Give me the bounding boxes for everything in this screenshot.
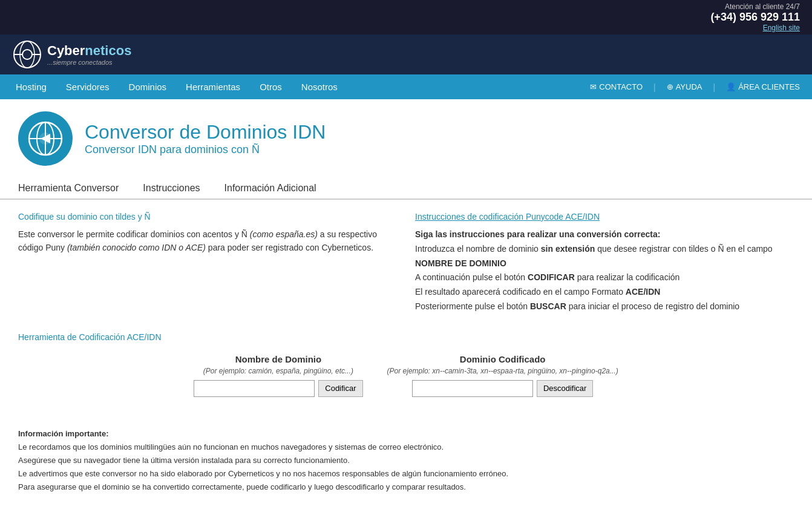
content-grid: Codifique su dominio con tildes y Ñ Este… [18, 212, 794, 314]
nav-contacto-link[interactable]: ✉ CONTACTO [584, 77, 649, 96]
tool-section: Herramienta de Codificación ACE/IDN Nomb… [18, 332, 794, 397]
page-subtitle: Conversor IDN para dominios con Ñ [85, 143, 326, 156]
tabs: Herramienta Conversor Instrucciones Info… [0, 178, 812, 200]
english-site-link[interactable]: English site [763, 24, 800, 32]
nav-sep-2: | [713, 82, 715, 92]
nav-item-servidores[interactable]: Servidores [56, 74, 119, 99]
nav-left: Hosting Servidores Dominios Herramientas… [6, 74, 347, 99]
descodificar-button[interactable]: Descodificar [537, 380, 594, 397]
phone-number: (+34) 956 929 111 [12, 11, 800, 24]
field2-row: Descodificar [412, 380, 594, 397]
important-title: Información importante: [18, 427, 794, 441]
logo-text: Cyberneticos [47, 43, 131, 59]
domain-name-input[interactable] [194, 380, 315, 397]
attention-label: Atención al cliente 24/7 [725, 2, 800, 11]
important-section: Información importante: Le recordamos qu… [18, 421, 794, 494]
important-line-4: Para asegurarse que el dominio se ha con… [18, 481, 794, 494]
help-icon: ⊕ [667, 82, 673, 91]
logo-area: Cyberneticos ...siempre conectados [12, 39, 131, 70]
nav-item-hosting[interactable]: Hosting [6, 74, 56, 99]
tab-informacion[interactable]: Información Adicional [224, 178, 316, 199]
cyberneticos-logo-icon [12, 39, 42, 70]
mail-icon: ✉ [590, 82, 597, 91]
site-header: Cyberneticos ...siempre conectados [0, 34, 812, 74]
user-icon: 👤 [726, 82, 736, 91]
encoded-domain-input[interactable] [412, 380, 533, 397]
right-section: Instrucciones de codificación Punycode A… [415, 212, 794, 314]
nav-ayuda-link[interactable]: ⊕ AYUDA [661, 77, 709, 96]
important-line-2: Asegúrese que su navegador tiene la últi… [18, 454, 794, 467]
page-icon [18, 111, 73, 166]
svg-point-1 [22, 50, 32, 59]
left-section-title[interactable]: Codifique su dominio con tildes y Ñ [18, 212, 397, 222]
field2-label: Dominio Codificado [460, 354, 546, 364]
area-clientes-label: ÁREA CLIENTES [738, 82, 800, 91]
codificar-button[interactable]: Codificar [318, 380, 362, 397]
field2-sublabel: (Por ejemplo: xn--camin-3ta, xn--espaa-r… [387, 367, 618, 375]
page-title-area: Conversor de Dominios IDN Conversor IDN … [85, 121, 326, 156]
tab-instrucciones[interactable]: Instrucciones [143, 178, 200, 199]
field1-sublabel: (Por ejemplo: camión, españa, pingüino, … [203, 367, 353, 375]
nav-area-clientes-link[interactable]: 👤 ÁREA CLIENTES [720, 77, 806, 96]
decode-field-group: Dominio Codificado (Por ejemplo: xn--cam… [387, 354, 618, 397]
instructions-body: Siga las instrucciones para realizar una… [415, 228, 794, 314]
important-line-1: Le recordamos que los dominios multiling… [18, 441, 794, 454]
left-section-body: Este conversor le permite codificar domi… [18, 228, 397, 255]
globe-arrow-icon [27, 120, 64, 157]
contacto-label: CONTACTO [599, 82, 643, 91]
nav-item-otros[interactable]: Otros [250, 74, 292, 99]
ayuda-label: AYUDA [676, 82, 702, 91]
field1-label: Nombre de Dominio [235, 354, 322, 364]
tool-link[interactable]: Herramienta de Codificación ACE/IDN [18, 332, 162, 342]
main-content: Codifique su dominio con tildes y Ñ Este… [0, 200, 812, 506]
nav-item-nosotros[interactable]: Nosotros [292, 74, 347, 99]
nav-item-herramientas[interactable]: Herramientas [176, 74, 250, 99]
left-section: Codifique su dominio con tildes y Ñ Este… [18, 212, 397, 314]
important-line-3: Le advertimos que este conversor no ha s… [18, 467, 794, 481]
encode-field-group: Nombre de Dominio (Por ejemplo: camión, … [194, 354, 362, 397]
logo-tagline: ...siempre conectados [47, 59, 131, 66]
field1-row: Codificar [194, 380, 362, 397]
tab-herramienta[interactable]: Herramienta Conversor [18, 178, 119, 199]
main-nav: Hosting Servidores Dominios Herramientas… [0, 74, 812, 99]
nav-right: ✉ CONTACTO | ⊕ AYUDA | 👤 ÁREA CLIENTES [584, 77, 806, 96]
nav-sep-1: | [653, 82, 656, 92]
page-title: Conversor de Dominios IDN [85, 121, 326, 143]
right-section-title[interactable]: Instrucciones de codificación Punycode A… [415, 212, 794, 222]
top-bar: Atención al cliente 24/7 (+34) 956 929 1… [0, 0, 812, 34]
page-header: Conversor de Dominios IDN Conversor IDN … [0, 99, 812, 178]
converter-fields: Nombre de Dominio (Por ejemplo: camión, … [18, 354, 794, 397]
nav-item-dominios[interactable]: Dominios [119, 74, 177, 99]
